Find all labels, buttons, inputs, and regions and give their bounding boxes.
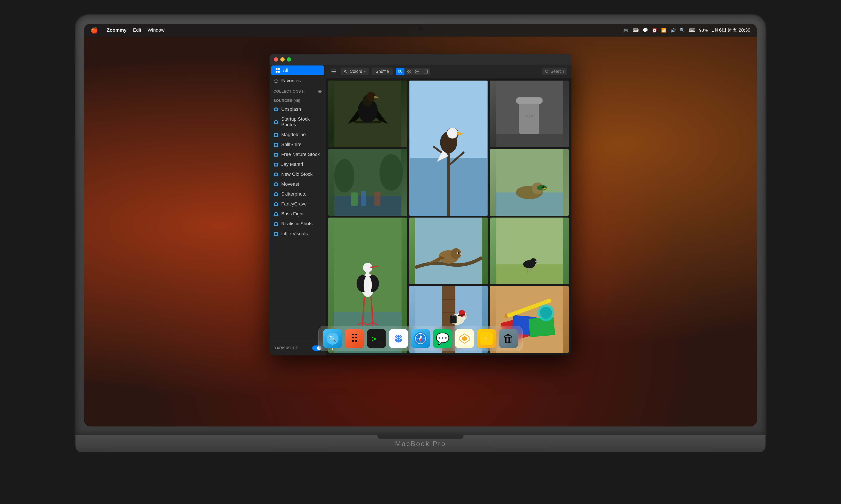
svg-point-21 <box>366 92 376 101</box>
volume-icon[interactable]: 🔊 <box>670 28 676 33</box>
view-fullscreen-button[interactable] <box>422 68 430 75</box>
minimize-button[interactable] <box>280 57 285 61</box>
add-collection-icon[interactable]: ⊕ <box>318 89 322 94</box>
dock-terminal[interactable]: >_ <box>367 329 386 348</box>
dock-sketch[interactable] <box>455 329 474 348</box>
dock-finder[interactable]: 🔍 <box>323 329 342 348</box>
svg-point-47 <box>537 185 547 191</box>
sidebar: All Favorites <box>270 65 326 355</box>
photo-cell-8[interactable] <box>409 218 488 284</box>
sidebar-item-unsplash[interactable]: Unsplash <box>270 104 326 114</box>
shuffle-button[interactable]: Shuffle <box>372 68 393 75</box>
screen-content: 🍎 Zoommy Edit Window 🎮 ⌨ 💬 ⏰ 📶 🔊 🔍 ⌨ 98% <box>84 24 757 427</box>
svg-rect-6 <box>331 71 336 72</box>
svg-rect-40 <box>374 192 380 206</box>
svg-point-30 <box>447 128 458 139</box>
svg-marker-4 <box>274 79 278 83</box>
svg-rect-11 <box>409 72 410 73</box>
photo-cell-6[interactable] <box>490 149 569 216</box>
camera-icon-skitterphoto <box>273 192 279 197</box>
sidebar-item-favorites[interactable]: Favorites <box>270 76 326 86</box>
svg-rect-5 <box>331 70 336 70</box>
camera-icon-bossfight <box>273 211 279 216</box>
sidebar-item-magdeleine[interactable]: Magdeleine <box>270 130 326 140</box>
svg-rect-7 <box>331 73 336 73</box>
sidebar-item-jaymantri[interactable]: Jay Mantri <box>270 159 326 169</box>
macbook-model-label: MacBook Pro <box>395 440 446 448</box>
sidebar-item-littlevisuals[interactable]: Little Visuals <box>270 229 326 239</box>
svg-point-61 <box>450 248 461 259</box>
color-filter-dropdown[interactable]: All Colors ▾ <box>341 68 369 75</box>
dock-zeplin[interactable]: ⚡ <box>477 329 496 348</box>
newoldstock-label: New Old Stock <box>281 172 313 177</box>
view-small-button[interactable]: 80 <box>396 68 404 75</box>
sidebar-item-splitshire[interactable]: SplitShire <box>270 140 326 149</box>
camera-icon-realisticshots <box>273 221 279 227</box>
svg-point-86 <box>540 307 552 319</box>
svg-point-92 <box>397 337 400 340</box>
sidebar-item-startup[interactable]: Startup Stock Photos <box>270 114 326 130</box>
camera-icon-unsplash <box>273 107 279 112</box>
svg-point-15 <box>545 70 548 73</box>
collections-label: COLLECTIONS () <box>273 89 305 94</box>
svg-rect-76 <box>450 315 457 323</box>
svg-text:🔍: 🔍 <box>329 335 337 343</box>
edit-menu[interactable]: Edit <box>133 28 141 33</box>
camera-notch <box>418 26 423 31</box>
apple-menu-icon[interactable]: 🍎 <box>90 27 98 34</box>
sidebar-item-skitterphoto[interactable]: Skitterphoto <box>270 189 326 199</box>
main-content: All Colors ▾ Shuffle 80 <box>326 65 571 355</box>
dark-mode-label: DARK MODE <box>273 346 298 350</box>
window-menu[interactable]: Window <box>148 28 165 33</box>
photo-cell-1[interactable] <box>328 80 407 147</box>
close-button[interactable] <box>274 57 278 61</box>
sidebar-item-bossfight[interactable]: Boss Fight <box>270 209 326 219</box>
shuffle-label: Shuffle <box>376 69 389 74</box>
all-label: All <box>283 68 288 73</box>
titlebar <box>270 54 571 65</box>
siri-icon[interactable]: ⌨ <box>633 28 639 33</box>
wifi-icon[interactable]: 📶 <box>661 28 667 33</box>
view-large-button[interactable] <box>413 68 422 75</box>
sidebar-item-all[interactable]: All <box>271 66 324 75</box>
littlevisuals-label: Little Visuals <box>281 231 308 236</box>
favorites-label: Favorites <box>281 78 301 84</box>
camera-icon-jaymantri <box>273 162 279 167</box>
sidebar-item-moveast[interactable]: Moveast <box>270 179 326 189</box>
sidebar-toggle-button[interactable] <box>330 68 338 75</box>
maximize-button[interactable] <box>287 57 291 61</box>
wechat-icon: 💬 <box>435 332 450 345</box>
svg-point-41 <box>334 159 354 193</box>
camera-icon-littlevisuals <box>273 231 279 236</box>
app-window: All Favorites <box>270 54 571 355</box>
app-name-menu[interactable]: Zoommy <box>107 28 126 33</box>
window-body: All Favorites <box>270 65 571 355</box>
bossfight-label: Boss Fight <box>281 211 304 217</box>
search-menubar-icon[interactable]: 🔍 <box>680 28 685 33</box>
messages-icon[interactable]: 💬 <box>642 28 648 33</box>
camera-icon-newoldstock <box>273 172 279 177</box>
photo-cell-3[interactable]: R.I.P <box>490 80 569 147</box>
svg-point-63 <box>457 252 459 254</box>
dock-chrome[interactable] <box>389 329 408 348</box>
dark-mode-section: DARK MODE <box>270 343 326 353</box>
dock-safari[interactable] <box>411 329 430 348</box>
view-medium-button[interactable] <box>404 68 413 75</box>
sidebar-item-newoldstock[interactable]: New Old Stock <box>270 169 326 179</box>
toolbar: All Colors ▾ Shuffle 80 <box>326 65 571 78</box>
photo-cell-4[interactable] <box>328 149 407 216</box>
macbook-hinge-notch <box>377 435 464 439</box>
dock-launchpad[interactable]: ⠿ <box>345 329 364 348</box>
svg-text:⚡: ⚡ <box>482 334 492 343</box>
search-box[interactable]: Search <box>542 68 567 75</box>
dock-wechat[interactable]: 💬 <box>433 329 452 348</box>
sidebar-item-fancycrave[interactable]: FancyCrave <box>270 199 326 209</box>
game-controller-icon: 🎮 <box>623 28 629 33</box>
svg-rect-12 <box>415 70 419 71</box>
photo-cell-2[interactable] <box>409 80 488 216</box>
dock-trash[interactable]: 🗑 <box>499 329 518 348</box>
sidebar-item-realisticshots[interactable]: Realistic Shots <box>270 219 326 229</box>
camera-icon-freenature <box>273 152 279 157</box>
photo-cell-9[interactable] <box>490 218 569 284</box>
sidebar-item-freenature[interactable]: Free Nature Stock <box>270 149 326 159</box>
